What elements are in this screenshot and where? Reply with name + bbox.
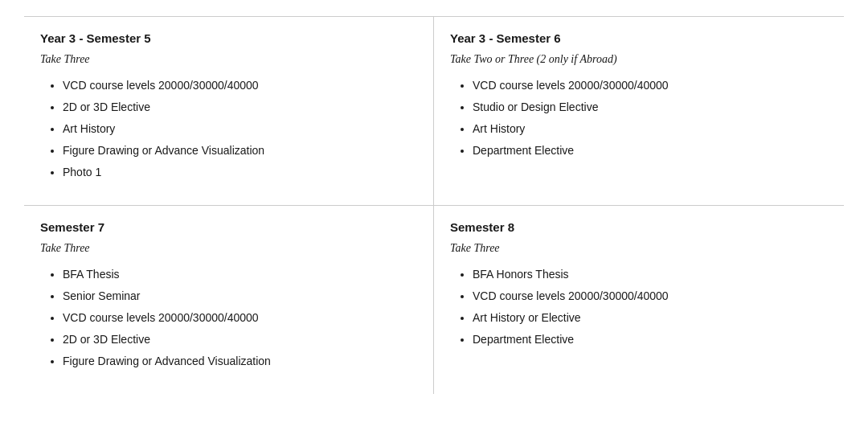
list-item: Art History or Elective: [473, 310, 828, 326]
list-item: BFA Thesis: [63, 266, 417, 283]
list-item: Senior Seminar: [63, 288, 417, 305]
list-item: VCD course levels 20000/30000/40000: [473, 77, 828, 94]
list-item: BFA Honors Thesis: [473, 266, 828, 283]
list-sem7: BFA Thesis Senior Seminar VCD course lev…: [40, 266, 417, 370]
list-item: Department Elective: [473, 142, 828, 159]
title-sem7: Semester 7: [40, 220, 417, 234]
cell-sem7: Semester 7 Take Three BFA Thesis Senior …: [24, 205, 434, 394]
cell-year3-sem5: Year 3 - Semester 5 Take Three VCD cours…: [24, 17, 434, 205]
list-item: Art History: [63, 121, 417, 137]
list-item: Department Elective: [473, 331, 828, 348]
list-item: VCD course levels 20000/30000/40000: [473, 288, 828, 305]
list-item: VCD course levels 20000/30000/40000: [63, 310, 417, 326]
list-item: Photo 1: [63, 164, 417, 181]
list-item: Art History: [473, 121, 828, 137]
take-note-year3-sem6: Take Two or Three (2 only if Abroad): [450, 53, 828, 66]
take-note-sem8: Take Three: [450, 242, 828, 255]
take-note-sem7: Take Three: [40, 242, 417, 255]
list-year3-sem6: VCD course levels 20000/30000/40000 Stud…: [450, 77, 828, 159]
list-item: Studio or Design Elective: [473, 99, 828, 116]
page-container: Year 3 - Semester 5 Take Three VCD cours…: [0, 0, 868, 410]
title-sem8: Semester 8: [450, 220, 828, 234]
list-year3-sem5: VCD course levels 20000/30000/40000 2D o…: [40, 77, 417, 181]
title-year3-sem6: Year 3 - Semester 6: [450, 31, 828, 45]
list-item: Figure Drawing or Advance Visualization: [63, 142, 417, 159]
title-year3-sem5: Year 3 - Semester 5: [40, 31, 417, 45]
list-item: Figure Drawing or Advanced Visualization: [63, 353, 417, 370]
list-sem8: BFA Honors Thesis VCD course levels 2000…: [450, 266, 828, 348]
take-note-year3-sem5: Take Three: [40, 53, 417, 66]
curriculum-grid: Year 3 - Semester 5 Take Three VCD cours…: [24, 16, 844, 394]
list-item: 2D or 3D Elective: [63, 331, 417, 348]
cell-sem8: Semester 8 Take Three BFA Honors Thesis …: [434, 205, 844, 394]
cell-year3-sem6: Year 3 - Semester 6 Take Two or Three (2…: [434, 17, 844, 205]
list-item: 2D or 3D Elective: [63, 99, 417, 116]
list-item: VCD course levels 20000/30000/40000: [63, 77, 417, 94]
